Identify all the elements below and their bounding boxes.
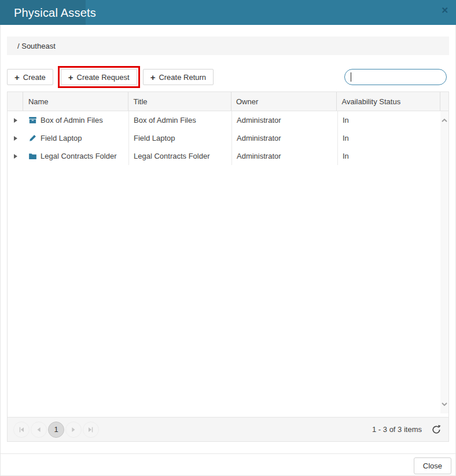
asset-title: Field Laptop	[134, 134, 175, 142]
plus-icon: +	[14, 73, 20, 82]
expand-column-header	[8, 92, 23, 111]
text-caret	[351, 72, 351, 82]
table-row[interactable]: Field Laptop Field Laptop Administrator …	[8, 129, 448, 147]
column-header-availability-status[interactable]: Availability Status	[337, 92, 440, 111]
status-cell[interactable]: In	[338, 111, 442, 129]
pager-info: 1 - 3 of 3 items	[372, 425, 422, 434]
asset-name: Box of Admin Files	[41, 116, 103, 125]
vertical-scrollbar[interactable]	[440, 111, 448, 413]
refresh-icon[interactable]	[431, 424, 442, 435]
create-button-label: Create	[23, 73, 46, 82]
asset-title: Legal Contracts Folder	[134, 152, 210, 160]
plus-icon: +	[150, 73, 156, 82]
dialog-titlebar: Physical Assets ✕	[0, 0, 456, 25]
toolbar: + Create + Create Request + Create Retur…	[7, 65, 449, 89]
asset-owner: Administrator	[237, 152, 281, 160]
archive-box-icon	[28, 116, 37, 125]
title-cell[interactable]: Box of Admin Files	[129, 111, 232, 129]
table-row[interactable]: Legal Contracts Folder Legal Contracts F…	[8, 147, 448, 165]
breadcrumb-path[interactable]: / Southeast	[17, 42, 56, 50]
asset-owner: Administrator	[237, 116, 281, 125]
table-row[interactable]: Box of Admin Files Box of Admin Files Ad…	[8, 111, 448, 129]
availability-status: In	[343, 116, 349, 125]
name-cell[interactable]: Legal Contracts Folder	[23, 147, 129, 165]
scroll-down-icon[interactable]	[440, 400, 448, 409]
grid-body-rows: Box of Admin Files Box of Admin Files Ad…	[8, 111, 448, 165]
pager-page-1-button[interactable]: 1	[48, 422, 64, 438]
scroll-up-icon[interactable]	[440, 116, 448, 125]
expand-cell	[8, 147, 23, 165]
pager-last-button[interactable]	[83, 422, 99, 438]
search-wrap	[344, 69, 447, 85]
page-title: Physical Assets	[14, 6, 96, 19]
owner-cell[interactable]: Administrator	[232, 129, 338, 147]
availability-status: In	[343, 134, 349, 142]
create-request-button-label: Create Request	[77, 73, 130, 82]
name-cell[interactable]: Box of Admin Files	[23, 111, 129, 129]
expand-row-icon[interactable]	[14, 136, 17, 141]
physical-assets-dialog: Physical Assets ✕ / Southeast + Create +…	[0, 0, 456, 476]
close-button[interactable]: Close	[414, 457, 451, 474]
pager-previous-button[interactable]	[31, 422, 47, 438]
search-input[interactable]	[344, 69, 447, 85]
create-request-button[interactable]: + Create Request	[61, 69, 137, 85]
column-header-title[interactable]: Title	[128, 92, 231, 111]
status-cell[interactable]: In	[338, 147, 442, 165]
asset-name: Legal Contracts Folder	[41, 152, 117, 160]
header-scrollbar-spacer	[440, 92, 448, 111]
name-cell[interactable]: Field Laptop	[23, 129, 129, 147]
asset-owner: Administrator	[237, 134, 281, 142]
create-return-button[interactable]: + Create Return	[143, 69, 214, 85]
expand-row-icon[interactable]	[14, 154, 17, 159]
owner-cell[interactable]: Administrator	[232, 147, 338, 165]
pencil-icon	[28, 134, 37, 142]
red-highlight-box: + Create Request	[58, 66, 140, 88]
expand-row-icon[interactable]	[14, 118, 17, 123]
dialog-footer: Close	[0, 453, 456, 474]
pager-next-button[interactable]	[65, 422, 82, 438]
status-cell[interactable]: In	[338, 129, 442, 147]
plus-icon: +	[68, 73, 73, 82]
breadcrumb: / Southeast	[7, 36, 449, 55]
availability-status: In	[343, 152, 349, 160]
pager-first-button[interactable]	[13, 422, 30, 438]
expand-cell	[8, 129, 23, 147]
column-header-name[interactable]: Name	[23, 92, 129, 111]
owner-cell[interactable]: Administrator	[232, 111, 338, 129]
title-cell[interactable]: Field Laptop	[129, 129, 232, 147]
expand-cell	[8, 111, 23, 129]
title-cell[interactable]: Legal Contracts Folder	[129, 147, 232, 165]
asset-name: Field Laptop	[41, 134, 82, 142]
asset-title: Box of Admin Files	[134, 116, 196, 125]
close-icon[interactable]: ✕	[441, 6, 448, 14]
assets-grid: Name Title Owner Availability Status Box…	[7, 91, 449, 442]
create-button[interactable]: + Create	[7, 69, 53, 85]
folder-icon	[28, 152, 37, 160]
column-header-owner[interactable]: Owner	[231, 92, 337, 111]
grid-header: Name Title Owner Availability Status	[8, 92, 448, 111]
create-return-button-label: Create Return	[159, 73, 206, 82]
grid-body: Box of Admin Files Box of Admin Files Ad…	[8, 111, 448, 417]
pager: 1 1 - 3 of 3 items	[8, 417, 448, 441]
